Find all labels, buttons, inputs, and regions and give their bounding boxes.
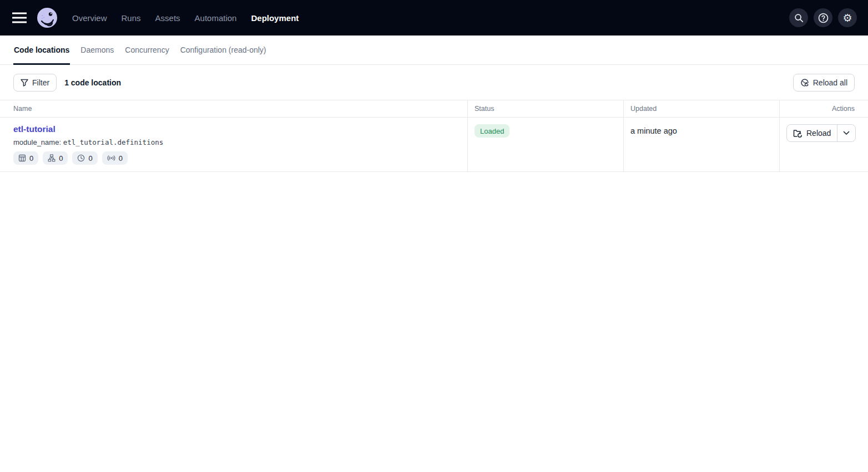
schedule-clock-icon <box>77 154 85 162</box>
sensor-signal-icon <box>107 154 115 162</box>
hamburger-icon <box>12 12 27 23</box>
filter-funnel-icon <box>21 79 28 87</box>
filter-button[interactable]: Filter <box>13 74 57 92</box>
search-button[interactable] <box>789 8 808 27</box>
help-button[interactable] <box>814 8 832 27</box>
topbar-actions: ⚙ <box>789 8 857 27</box>
nav-assets[interactable]: Assets <box>155 13 180 23</box>
top-navigation-bar: Overview Runs Assets Automation Deployme… <box>0 0 868 35</box>
nav-overview[interactable]: Overview <box>72 13 107 23</box>
app-root: Overview Runs Assets Automation Deployme… <box>0 0 868 172</box>
reload-button-label: Reload <box>806 129 831 138</box>
toolbar: Filter 1 code location Reload all <box>0 65 868 100</box>
search-icon <box>794 13 804 23</box>
tab-concurrency[interactable]: Concurrency <box>124 35 169 64</box>
column-header-name: Name <box>0 100 467 117</box>
asset-count: 0 <box>29 154 33 163</box>
code-location-reload-icon <box>793 129 803 138</box>
column-header-updated: Updated <box>623 100 779 117</box>
deployment-tabbar: Code locations Daemons Concurrency Confi… <box>0 35 868 65</box>
actions-cell: Reload <box>779 118 868 171</box>
tab-configuration[interactable]: Configuration (read-only) <box>180 35 267 64</box>
reload-all-label: Reload all <box>813 78 847 87</box>
tab-daemons[interactable]: Daemons <box>80 35 114 64</box>
table-row: etl-tutorial module_name: etl_tutorial.d… <box>0 118 868 172</box>
reload-all-button[interactable]: Reload all <box>793 74 855 92</box>
nav-runs[interactable]: Runs <box>122 13 141 23</box>
module-name-value: etl_tutorial.definitions <box>63 138 164 146</box>
module-name-label: module_name: <box>13 138 61 146</box>
reload-button[interactable]: Reload <box>787 125 837 141</box>
asset-count-badge[interactable]: 0 <box>13 151 38 165</box>
nav-automation[interactable]: Automation <box>195 13 237 23</box>
reload-split-button: Reload <box>786 124 856 142</box>
gear-icon: ⚙ <box>842 13 852 23</box>
help-icon <box>818 13 829 23</box>
menu-button[interactable] <box>11 11 28 24</box>
asset-table-icon <box>18 154 26 162</box>
code-location-count: 1 code location <box>64 78 121 87</box>
nav-deployment[interactable]: Deployment <box>251 13 299 23</box>
status-badge: Loaded <box>475 124 509 138</box>
module-name-line: module_name: etl_tutorial.definitions <box>13 138 461 146</box>
main-nav: Overview Runs Assets Automation Deployme… <box>72 13 299 23</box>
updated-cell: a minute ago <box>623 118 779 171</box>
filter-button-label: Filter <box>32 78 49 87</box>
status-cell: Loaded <box>467 118 623 171</box>
code-locations-table: Name Status Updated Actions etl-tutorial… <box>0 100 868 172</box>
chevron-down-icon <box>843 131 850 135</box>
table-header-row: Name Status Updated Actions <box>0 100 868 118</box>
dagster-octopus-icon <box>37 7 58 28</box>
reload-all-icon <box>800 78 809 87</box>
code-location-link[interactable]: etl-tutorial <box>13 124 55 134</box>
tab-code-locations[interactable]: Code locations <box>13 35 70 64</box>
job-count: 0 <box>59 154 63 163</box>
reload-options-button[interactable] <box>837 125 855 141</box>
schedule-count: 0 <box>88 154 92 163</box>
column-header-actions: Actions <box>779 100 868 117</box>
count-badges: 0 0 <box>13 151 461 165</box>
schedule-count-badge[interactable]: 0 <box>72 151 97 165</box>
sensor-count: 0 <box>119 154 123 163</box>
settings-button[interactable]: ⚙ <box>838 8 857 27</box>
column-header-status: Status <box>467 100 623 117</box>
name-cell: etl-tutorial module_name: etl_tutorial.d… <box>0 118 467 171</box>
job-count-badge[interactable]: 0 <box>43 151 68 165</box>
updated-timestamp: a minute ago <box>630 126 677 135</box>
job-graph-icon <box>48 154 55 162</box>
dagster-logo[interactable] <box>37 7 58 28</box>
sensor-count-badge[interactable]: 0 <box>102 151 128 165</box>
